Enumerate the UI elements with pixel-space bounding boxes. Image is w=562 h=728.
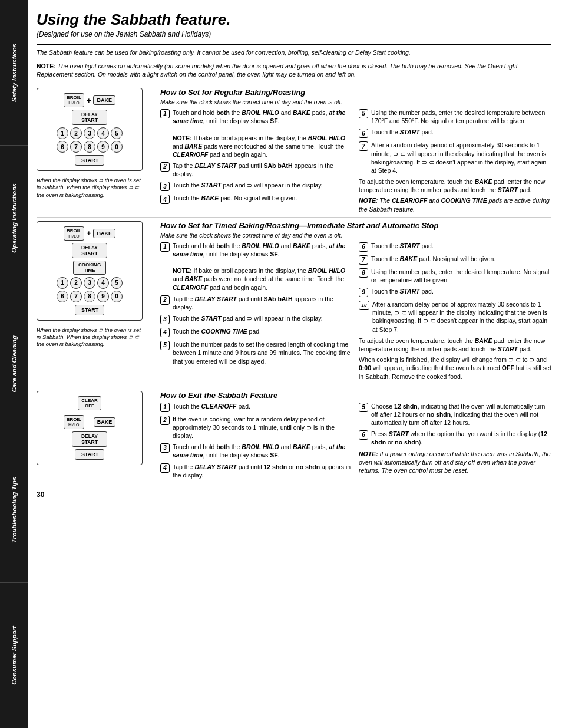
num-2-8: 8	[84, 291, 95, 302]
page-title: Using the Sabbath feature.	[37, 11, 551, 29]
section2-left: BROILHI/LO + BAKE DELAYSTART COOKINGTIME…	[37, 221, 154, 383]
sidebar-label-consumer: Consumer Support	[11, 626, 18, 685]
broil-btn-3: BROILHI/LO	[64, 415, 84, 429]
num-1-1: 1	[57, 127, 68, 139]
sidebar-label-troubleshooting: Troubleshooting Tips	[11, 477, 18, 543]
section3-steps: 1 Touch the CLEAR/OFF pad. 2 If the oven…	[160, 402, 551, 482]
sidebar-section-safety[interactable]: Safety Instructions	[0, 0, 28, 146]
plus-1: +	[87, 96, 91, 105]
step-text-1-6: Touch the START pad.	[371, 128, 551, 138]
step-num-1-3: 3	[160, 182, 170, 191]
sidebar-section-consumer[interactable]: Consumer Support	[0, 583, 28, 728]
step-2-7: 7 Touch the BAKE pad. No signal will be …	[359, 255, 551, 265]
section1-steps-left: 1 Touch and hold both the BROIL HI/LO an…	[160, 108, 353, 213]
cooking-time-btn: COOKINGTIME	[73, 261, 106, 275]
step-text-2-6: Touch the START pad.	[371, 242, 551, 252]
section2-right-list: 6 Touch the START pad. 7 Touch the BAKE …	[359, 242, 551, 334]
step-text-1-2: Tap the DELAY START pad until SAb bAtH a…	[173, 162, 353, 178]
step-num-3-5: 5	[359, 403, 368, 412]
step-text-3-3: Touch and hold both the BROIL HI/LO and …	[173, 443, 353, 459]
step-text-1-1: Touch and hold both the BROIL HI/LO and …	[173, 108, 353, 159]
step-num-1-5: 5	[359, 109, 368, 118]
section1-divider	[37, 84, 551, 84]
num-row-1b: 6 7 8 9 0	[42, 141, 137, 153]
broil-btn-1: BROILHI/LO	[64, 93, 84, 107]
bake-btn-2: BAKE	[93, 229, 115, 238]
step-num-2-1: 1	[160, 242, 170, 252]
step-3-2: 2 If the oven is cooking, wait for a ran…	[160, 415, 353, 440]
step-num-2-6: 6	[359, 242, 368, 252]
step-1-1: 1 Touch and hold both the BROIL HI/LO an…	[160, 108, 353, 159]
section1-important-note: NOTE: The CLEAR/OFF and COOKING TIME pad…	[359, 196, 551, 213]
step-text-3-4: Tap the DELAY START pad until 12 shdn or…	[173, 463, 353, 479]
step-3-4: 4 Tap the DELAY START pad until 12 shdn …	[160, 463, 353, 479]
num-1-7: 7	[70, 141, 82, 153]
section3-power-note: NOTE: If a power outage occurred while t…	[359, 450, 551, 475]
num-2-1: 1	[57, 277, 68, 289]
step-2-5: 5 Touch the number pads to set the desir…	[160, 340, 353, 365]
section2-left-list: 1 Touch and hold both the BROIL HI/LO an…	[160, 242, 353, 365]
section2-steps-right: 6 Touch the START pad. 7 Touch the BAKE …	[359, 242, 551, 383]
note-text: The oven light comes on automatically (o…	[37, 62, 518, 78]
step-2-6: 6 Touch the START pad.	[359, 242, 551, 252]
step-2-9: 9 Touch the START pad.	[359, 287, 551, 297]
step-3-5: 5 Choose 12 shdn, indicating that the ov…	[359, 402, 551, 427]
step-3-6: 6 Press START when the option that you w…	[359, 430, 551, 446]
num-2-9: 9	[97, 291, 109, 302]
sidebar-section-troubleshooting[interactable]: Troubleshooting Tips	[0, 437, 28, 583]
step-num-2-4: 4	[160, 328, 170, 337]
step-num-2-7: 7	[359, 255, 368, 265]
step-num-2-5: 5	[160, 341, 170, 350]
step-2-3: 3 Touch the START pad and ⊃ will appear …	[160, 314, 353, 324]
step-num-1-4: 4	[160, 195, 170, 204]
step-text-2-9: Touch the START pad.	[371, 287, 551, 297]
section3-right: How to Exit the Sabbath Feature 1 Touch …	[160, 391, 551, 482]
step-text-3-1: Touch the CLEAR/OFF pad.	[173, 402, 353, 412]
diagram2-caption: When the display shows ⊃ the oven is set…	[37, 327, 143, 348]
section2-adjust-note: To adjust the oven temperature, touch th…	[359, 337, 551, 353]
section3-left-list: 1 Touch the CLEAR/OFF pad. 2 If the oven…	[160, 402, 353, 479]
section1-row: BROILHI/LO + BAKE DELAYSTART 1 2 3 4 5 6…	[37, 88, 551, 218]
section1-right: How to Set for Regular Baking/Roasting M…	[160, 88, 551, 213]
num-row-1a: 1 2 3 4 5	[42, 127, 137, 139]
step-3-3: 3 Touch and hold both the BROIL HI/LO an…	[160, 443, 353, 459]
step-text-2-5: Touch the number pads to set the desired…	[173, 340, 353, 365]
step-text-2-10: After a random delay period of approxima…	[372, 300, 551, 334]
sidebar-section-operating[interactable]: Operating Instructions	[0, 146, 28, 291]
oven-diagram-2: BROILHI/LO + BAKE DELAYSTART COOKINGTIME…	[37, 221, 143, 321]
sidebar-label-care: Care and Cleaning	[11, 335, 18, 393]
section2-row: BROILHI/LO + BAKE DELAYSTART COOKINGTIME…	[37, 221, 551, 387]
step-num-1-6: 6	[359, 129, 368, 138]
start-btn-1: START	[75, 155, 104, 166]
bake-btn-1: BAKE	[93, 95, 115, 105]
num-2-4: 4	[97, 277, 109, 289]
sidebar-label-operating: Operating Instructions	[11, 183, 18, 253]
step-num-3-4: 4	[160, 463, 170, 473]
step-num-2-9: 9	[359, 288, 368, 297]
step-num-3-6: 6	[359, 430, 368, 440]
diagram1-top-row: BROILHI/LO + BAKE	[42, 93, 137, 107]
section1-left-list: 1 Touch and hold both the BROIL HI/LO an…	[160, 108, 353, 204]
num-1-3: 3	[84, 127, 95, 139]
step-num-2-10: 10	[359, 301, 369, 310]
step-1-4: 4 Touch the BAKE pad. No signal will be …	[160, 194, 353, 204]
oven-diagram-3: CLEAROFF BROILHI/LO BAKE DELAYSTART STAR…	[37, 391, 143, 465]
section3-steps-left: 1 Touch the CLEAR/OFF pad. 2 If the oven…	[160, 402, 353, 482]
step-num-3-2: 2	[160, 416, 170, 425]
section3-heading: How to Exit the Sabbath Feature	[160, 391, 551, 400]
num-2-2: 2	[70, 277, 82, 289]
step-text-2-3: Touch the START pad and ⊃ will appear in…	[173, 314, 353, 324]
oven-diagram-1: BROILHI/LO + BAKE DELAYSTART 1 2 3 4 5 6…	[37, 88, 143, 171]
step-text-3-5: Choose 12 shdn, indicating that the oven…	[371, 402, 551, 427]
step-text-1-4: Touch the BAKE pad. No signal will be gi…	[173, 194, 353, 204]
section1-subheading: Make sure the clock shows the correct ti…	[160, 99, 551, 106]
section2-heading: How to Set for Timed Baking/Roasting—Imm…	[160, 221, 551, 230]
top-divider	[37, 44, 551, 45]
clear-off-btn-3: CLEAROFF	[78, 396, 101, 410]
section2-steps: 1 Touch and hold both the BROIL HI/LO an…	[160, 242, 551, 383]
num-1-9: 9	[97, 141, 109, 153]
sidebar-section-care[interactable]: Care and Cleaning	[0, 291, 28, 437]
diagram2-top-row: BROILHI/LO + BAKE	[42, 226, 137, 241]
section3-right-list: 5 Choose 12 shdn, indicating that the ov…	[359, 402, 551, 447]
step-text-2-8: Using the number pads, enter the desired…	[371, 268, 551, 284]
